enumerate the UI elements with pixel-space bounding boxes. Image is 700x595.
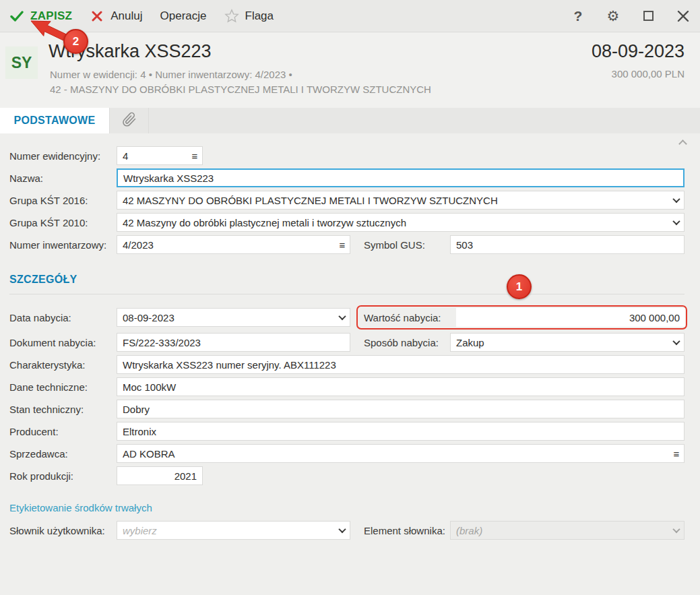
symbol-gus-label: Symbol GUS:	[350, 239, 450, 251]
cancel-button-label: Anuluj	[110, 9, 142, 23]
grupa-kst-2010-value: 42 Maszyny do obróbki plastycznej metali…	[117, 217, 669, 228]
row-grupa-kst-2010: Grupa KŚT 2010: 42 Maszyny do obróbki pl…	[0, 213, 700, 232]
record-date: 08-09-2023	[592, 41, 685, 62]
row-sprzedawca: Sprzedawca: ≡	[0, 444, 700, 463]
asset-form-window: ZAPISZ Anuluj Operacje Flaga ? ⚙ SY	[0, 0, 700, 595]
save-button[interactable]: ZAPISZ	[9, 9, 72, 24]
grupa-kst-2016-value: 42 MASZYNY DO OBRÓBKI PLASTYCZNEJ METALI…	[117, 195, 669, 206]
numer-ewidencyjny-value[interactable]	[117, 147, 187, 164]
slownik-uzytkownika-label: Słownik użytkownika:	[9, 525, 117, 536]
flag-button[interactable]: Flaga	[224, 9, 274, 24]
x-icon	[90, 9, 104, 24]
slownik-uzytkownika-select[interactable]: wybierz	[117, 521, 350, 540]
window-controls: ? ⚙	[571, 9, 691, 24]
star-icon	[224, 9, 239, 24]
symbol-gus-input[interactable]	[450, 235, 685, 254]
close-icon[interactable]	[676, 9, 691, 24]
rok-produkcji-input[interactable]	[117, 466, 203, 485]
record-amount: 300 000,00 PLN	[612, 68, 685, 80]
etykietowanie-link[interactable]: Etykietowanie środków trwałych	[9, 502, 152, 513]
charakterystyka-value[interactable]	[117, 356, 684, 373]
grupa-kst-2010-label: Grupa KŚT 2010:	[9, 217, 117, 228]
row-producent: Producent:	[0, 422, 700, 441]
annotation-step-1: 1	[507, 274, 532, 299]
producent-input[interactable]	[117, 422, 685, 441]
record-meta-line2: 42 - MASZYNY DO OBRÓBKI PLASTYCZNEJ META…	[50, 84, 431, 95]
grupa-kst-2010-select[interactable]: 42 Maszyny do obróbki plastycznej metali…	[117, 213, 685, 232]
chevron-up-icon	[678, 139, 687, 148]
dane-techniczne-value[interactable]	[117, 378, 684, 396]
sprzedawca-value[interactable]	[117, 445, 669, 462]
row-nazwa: Nazwa:	[0, 168, 700, 187]
record-header: SY Wtryskarka XSS223 Numer w ewidencji: …	[0, 33, 700, 108]
operations-button-label: Operacje	[160, 9, 207, 23]
row-stan-techniczny: Stan techniczny:	[0, 400, 700, 418]
element-slownika-label: Element słownika:	[350, 525, 450, 536]
element-slownika-value: (brak)	[451, 525, 669, 536]
data-nabycia-select[interactable]: 08-09-2023	[117, 308, 350, 327]
dokument-nabycia-input[interactable]	[117, 333, 350, 352]
save-button-label: ZAPISZ	[30, 9, 72, 23]
numer-inwentarzowy-value[interactable]	[117, 236, 335, 253]
scroll-up-button[interactable]	[680, 137, 692, 147]
numer-inwentarzowy-input[interactable]: ≡	[117, 235, 350, 254]
nazwa-label: Nazwa:	[9, 173, 117, 184]
rok-produkcji-value[interactable]	[117, 467, 202, 484]
section-szczegoly: SZCZEGÓŁY	[9, 274, 685, 294]
row-numer-inwentarzowy: Numer inwentarzowy: ≡ Symbol GUS:	[0, 235, 700, 254]
charakterystyka-label: Charakterystyka:	[9, 359, 117, 371]
stan-techniczny-input[interactable]	[117, 400, 685, 418]
row-slownik-uzytkownika: Słownik użytkownika: wybierz Element sło…	[0, 521, 700, 540]
tab-podstawowe[interactable]: PODSTAWOWE	[0, 108, 110, 133]
wartosc-nabycia-value[interactable]	[456, 308, 685, 327]
data-nabycia-label: Data nabycia:	[9, 312, 117, 323]
element-slownika-select[interactable]: (brak)	[450, 521, 685, 540]
gear-icon[interactable]: ⚙	[606, 9, 621, 24]
producent-label: Producent:	[9, 426, 117, 437]
sprzedawca-input[interactable]: ≡	[117, 444, 685, 463]
numer-ewidencyjny-input[interactable]: ≡	[117, 146, 203, 165]
chevron-down-icon	[335, 528, 350, 533]
lookup-menu-icon[interactable]: ≡	[669, 448, 684, 460]
dane-techniczne-label: Dane techniczne:	[9, 381, 117, 393]
form-content: Numer ewidencyjny: ≡ Nazwa: Grupa KŚT 20…	[0, 133, 700, 595]
symbol-gus-value[interactable]	[451, 236, 684, 253]
row-numer-ewidencyjny: Numer ewidencyjny: ≡	[0, 146, 700, 165]
lookup-menu-icon[interactable]: ≡	[335, 239, 350, 251]
sposob-nabycia-value: Zakup	[451, 337, 669, 348]
cancel-button[interactable]: Anuluj	[90, 9, 142, 24]
maximize-icon[interactable]	[641, 9, 656, 24]
dane-techniczne-input[interactable]	[117, 377, 685, 396]
rok-produkcji-label: Rok produkcji:	[9, 470, 117, 482]
stan-techniczny-label: Stan techniczny:	[9, 404, 117, 415]
wartosc-nabycia-input[interactable]	[456, 308, 685, 327]
paperclip-icon	[121, 111, 137, 131]
chevron-down-icon	[335, 315, 350, 320]
row-etykietowanie-link: Etykietowanie środków trwałych	[9, 502, 700, 514]
chevron-down-icon	[669, 197, 684, 203]
annotation-step-2: 2	[63, 29, 88, 54]
lookup-menu-icon[interactable]: ≡	[187, 150, 202, 162]
flag-button-label: Flaga	[245, 9, 274, 23]
tabstrip: PODSTAWOWE	[0, 108, 700, 133]
row-data-nabycia: Data nabycia: 08-09-2023 Wartość nabycia…	[0, 305, 700, 330]
sposob-nabycia-select[interactable]: Zakup	[450, 333, 685, 352]
stan-techniczny-value[interactable]	[117, 400, 684, 418]
chevron-down-icon	[669, 220, 684, 225]
grupa-kst-2016-select[interactable]: 42 MASZYNY DO OBRÓBKI PLASTYCZNEJ METALI…	[117, 191, 685, 210]
nazwa-input[interactable]	[117, 168, 685, 187]
dokument-nabycia-value[interactable]	[117, 334, 350, 351]
annotation-highlight-wartosc-nabycia: Wartość nabycia:	[356, 305, 687, 330]
help-icon[interactable]: ?	[571, 9, 585, 24]
tab-attachments[interactable]	[110, 108, 149, 133]
row-charakterystyka: Charakterystyka:	[0, 355, 700, 374]
row-grupa-kst-2016: Grupa KŚT 2016: 42 MASZYNY DO OBRÓBKI PL…	[0, 191, 700, 210]
operations-button[interactable]: Operacje	[160, 9, 207, 23]
sprzedawca-label: Sprzedawca:	[9, 448, 117, 460]
producent-value[interactable]	[117, 422, 684, 440]
row-dane-techniczne: Dane techniczne:	[0, 377, 700, 396]
nazwa-value[interactable]	[118, 170, 683, 186]
dokument-nabycia-label: Dokument nabycia:	[9, 337, 117, 348]
check-icon	[9, 9, 24, 24]
charakterystyka-input[interactable]	[117, 355, 685, 374]
